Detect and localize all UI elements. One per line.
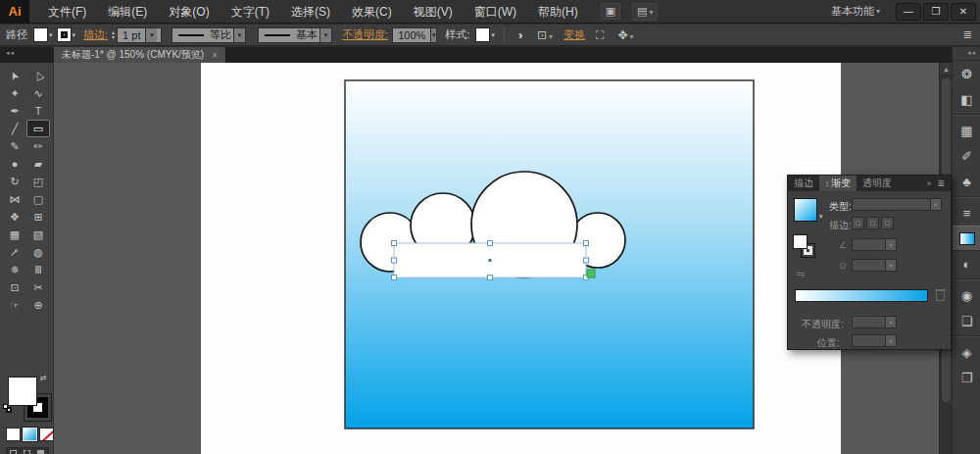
dock-appearance-panel[interactable]: ◉ bbox=[953, 282, 980, 308]
isolate-object-icon[interactable]: ⛶ bbox=[596, 28, 604, 42]
draw-inside-button[interactable] bbox=[34, 448, 48, 454]
control-panel-menu-icon[interactable]: ≣ bbox=[963, 28, 972, 41]
draw-normal-button[interactable] bbox=[7, 448, 21, 454]
type-dropdown[interactable]: ▾ bbox=[852, 198, 942, 211]
stroke-width-stepper[interactable]: ▴▾ bbox=[112, 30, 115, 40]
swap-fill-stroke-icon[interactable]: ⇄ bbox=[40, 374, 47, 382]
default-fill-stroke-icon[interactable] bbox=[3, 404, 12, 413]
collapse-panel-group-icon[interactable]: » bbox=[926, 178, 931, 188]
opacity-panel-link[interactable]: 不透明度: bbox=[342, 27, 388, 42]
menu-edit[interactable]: 编辑(E) bbox=[97, 0, 158, 24]
angle-dropdown[interactable]: ▾ bbox=[852, 238, 897, 251]
shape-builder-tool[interactable]: ❖ bbox=[3, 208, 26, 226]
stroke-color-swatch[interactable] bbox=[57, 27, 72, 42]
fill-color-swatch[interactable] bbox=[33, 27, 48, 42]
color-button[interactable] bbox=[6, 428, 21, 441]
mesh-tool[interactable]: ▦ bbox=[3, 226, 26, 243]
draw-behind-button[interactable] bbox=[21, 448, 34, 454]
menu-object[interactable]: 对象(O) bbox=[158, 0, 220, 24]
menu-view[interactable]: 视图(V) bbox=[403, 0, 464, 24]
paintbrush-tool[interactable]: ✎ bbox=[3, 137, 26, 155]
go-to-bridge-icon[interactable]: ▣ bbox=[601, 3, 620, 20]
restore-button[interactable]: ❐ bbox=[923, 3, 949, 21]
transform-panel-link[interactable]: 变换 bbox=[564, 27, 585, 42]
artboard[interactable] bbox=[201, 63, 841, 454]
chevron-down-icon[interactable]: ▾ bbox=[233, 28, 245, 42]
width-tool[interactable]: ⋈ bbox=[3, 190, 26, 208]
close-button[interactable]: ✕ bbox=[951, 3, 976, 21]
dock-graphic-styles-panel[interactable]: ❏ bbox=[953, 308, 980, 333]
stroke-panel-link[interactable]: 描边: bbox=[83, 27, 108, 42]
dock-transparency-panel[interactable]: ◐ bbox=[953, 251, 980, 277]
close-tab-icon[interactable]: × bbox=[212, 50, 218, 61]
free-transform-tool[interactable]: ▢ bbox=[26, 190, 50, 208]
style-swatch[interactable] bbox=[475, 27, 490, 42]
panel-menu-icon[interactable]: ≣ bbox=[937, 178, 945, 188]
blend-tool[interactable]: ◍ bbox=[26, 243, 50, 261]
chevron-down-icon[interactable]: ▾ bbox=[491, 31, 495, 39]
panel-tab-stroke[interactable]: 描边 bbox=[788, 176, 819, 191]
dock-layers-panel[interactable]: ◈ bbox=[953, 339, 980, 365]
panel-tab-transparency[interactable]: 透明度 bbox=[857, 176, 898, 191]
dock-color-guide-panel[interactable]: ◧ bbox=[953, 86, 980, 112]
chevron-down-icon[interactable]: ▾ bbox=[49, 31, 53, 39]
eyedropper-tool[interactable]: ⊸ bbox=[3, 243, 26, 261]
blob-brush-tool[interactable]: ● bbox=[3, 155, 26, 173]
menu-window[interactable]: 窗口(W) bbox=[464, 0, 527, 24]
gradient-button[interactable] bbox=[23, 428, 37, 441]
align-options-icon[interactable]: ⊡▾ bbox=[537, 28, 553, 42]
dock-artboards-panel[interactable]: ❐ bbox=[953, 365, 980, 390]
stroke-across-icon[interactable] bbox=[881, 217, 894, 229]
menu-select[interactable]: 选择(S) bbox=[280, 0, 341, 24]
aspect-ratio-dropdown[interactable]: ▾ bbox=[852, 259, 897, 272]
menu-type[interactable]: 文字(T) bbox=[220, 0, 280, 24]
pencil-tool[interactable]: ✏ bbox=[26, 137, 50, 155]
chevron-down-icon[interactable]: ▾ bbox=[819, 213, 823, 221]
line-segment-tool[interactable]: ╱ bbox=[3, 120, 26, 137]
lasso-tool[interactable]: ∿ bbox=[26, 84, 50, 102]
gradient-slider[interactable] bbox=[795, 289, 928, 302]
direct-selection-tool[interactable]: ▷ bbox=[26, 67, 50, 84]
stroke-width-field[interactable]: 1 pt▾ bbox=[117, 27, 162, 43]
pen-tool[interactable]: ✒ bbox=[3, 102, 26, 120]
dock-color-panel[interactable]: ❂ bbox=[953, 61, 980, 86]
dock-brushes-panel[interactable]: ✐ bbox=[953, 143, 980, 169]
opacity-field[interactable]: 100%▾ bbox=[392, 27, 437, 43]
menu-help[interactable]: 帮助(H) bbox=[527, 0, 589, 24]
chevron-down-icon[interactable]: ▾ bbox=[73, 31, 76, 39]
document-tab[interactable]: 未标题-1* @ 150% (CMYK/预览) × bbox=[54, 47, 226, 63]
dock-stroke-panel[interactable]: ≡ bbox=[953, 200, 980, 226]
stepper-down-icon[interactable]: ▾ bbox=[112, 35, 115, 40]
brush-definition-dropdown[interactable]: 基本▾ bbox=[258, 27, 332, 43]
minimize-button[interactable]: — bbox=[896, 3, 921, 21]
rotate-tool[interactable]: ↻ bbox=[3, 173, 26, 190]
symbol-sprayer-tool[interactable]: ✵ bbox=[3, 261, 26, 278]
chevron-down-icon[interactable]: ▾ bbox=[145, 28, 157, 42]
workspace-switcher[interactable]: 基本功能▾ bbox=[831, 4, 880, 19]
gradient-tool[interactable]: ▧ bbox=[26, 226, 50, 243]
column-graph-tool[interactable]: Ⅲ bbox=[26, 261, 50, 278]
panel-tab-gradient[interactable]: ↕渐变 bbox=[819, 176, 857, 191]
recolor-artwork-icon[interactable]: ◑ bbox=[516, 28, 523, 42]
arrange-documents-icon[interactable]: ▤▾ bbox=[632, 3, 658, 21]
hand-tool[interactable]: ☞ bbox=[3, 296, 26, 314]
chevron-down-icon[interactable]: ▾ bbox=[430, 28, 436, 42]
slice-tool[interactable]: ✂ bbox=[26, 278, 50, 296]
gradient-fill-proxy[interactable] bbox=[793, 234, 808, 249]
app-logo-icon[interactable]: Ai bbox=[0, 0, 29, 24]
menu-file[interactable]: 文件(F) bbox=[37, 0, 97, 24]
artboard-tool[interactable]: ⊡ bbox=[3, 278, 26, 296]
eraser-tool[interactable]: ▰ bbox=[26, 155, 50, 173]
stroke-along-icon[interactable] bbox=[866, 217, 879, 229]
scale-tool[interactable]: ◰ bbox=[26, 173, 50, 190]
gradient-preview-swatch[interactable] bbox=[794, 198, 817, 222]
chevron-down-icon[interactable]: ▾ bbox=[319, 28, 331, 42]
select-similar-icon[interactable]: ✥▾ bbox=[617, 28, 633, 42]
stop-position-dropdown[interactable]: ▾ bbox=[852, 334, 897, 347]
expand-dock-icon[interactable]: ◂◂ bbox=[953, 47, 980, 61]
none-button[interactable] bbox=[39, 428, 54, 441]
selection-tool[interactable]: ➤ bbox=[3, 67, 26, 84]
perspective-grid-tool[interactable]: ⊞ bbox=[26, 208, 50, 226]
type-tool[interactable]: T bbox=[26, 102, 50, 120]
dock-swatches-panel[interactable]: ▦ bbox=[953, 118, 980, 143]
